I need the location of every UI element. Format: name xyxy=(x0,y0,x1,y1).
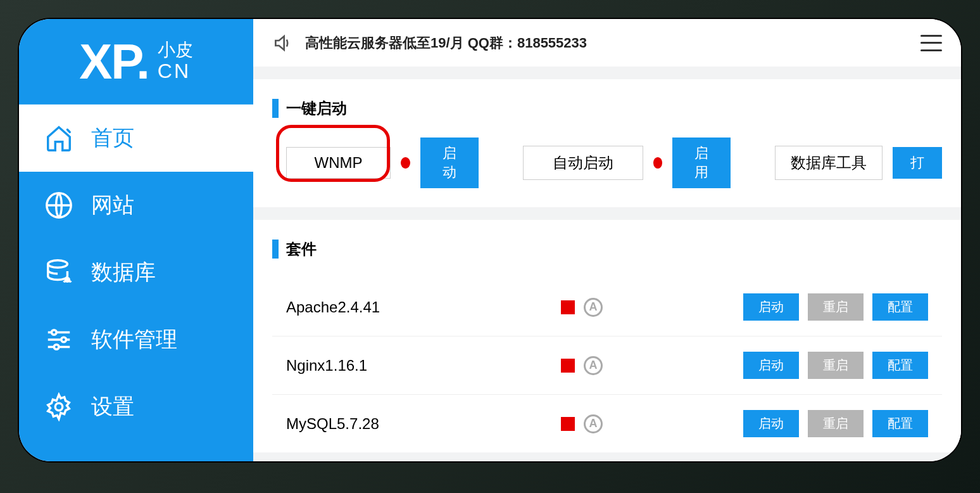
dbtool-open-button[interactable]: 打 xyxy=(893,147,942,179)
sidebar-item-website[interactable]: 网站 xyxy=(19,172,253,239)
service-row: Apache2.4.41 A 启动 重启 配置 xyxy=(272,278,942,336)
logo-sub-top: 小皮 xyxy=(158,41,193,60)
autostart-select[interactable]: 自动启动 xyxy=(523,146,643,180)
panel-title: 一键启动 xyxy=(272,98,942,118)
service-buttons: 启动 重启 配置 xyxy=(743,293,928,321)
service-config-button[interactable]: 配置 xyxy=(872,410,928,437)
gear-icon xyxy=(43,391,75,423)
service-restart-button[interactable]: 重启 xyxy=(808,410,864,437)
autostart-enable-button[interactable]: 启用 xyxy=(672,138,731,188)
status-dot xyxy=(653,157,663,169)
svg-point-3 xyxy=(52,330,57,335)
app-window: XP. 小皮 CN 首页 网站 数据库 xyxy=(19,19,961,461)
sidebar-item-home[interactable]: 首页 xyxy=(19,105,253,172)
database-icon xyxy=(43,257,75,288)
logo-text-xp: XP. xyxy=(79,33,149,91)
service-restart-button[interactable]: 重启 xyxy=(808,352,864,379)
service-config-button[interactable]: 配置 xyxy=(872,352,928,379)
logo: XP. 小皮 CN xyxy=(19,19,253,105)
service-a-icon: A xyxy=(584,298,603,317)
content: 一键启动 WNMP 启动 自动启动 启用 数据库工 xyxy=(253,67,961,461)
status-dot xyxy=(401,157,410,169)
sidebar-item-label: 软件管理 xyxy=(91,325,177,354)
title-bar-accent xyxy=(272,99,279,118)
svg-point-1 xyxy=(48,260,68,268)
sidebar-item-label: 首页 xyxy=(91,124,134,153)
speaker-icon xyxy=(272,33,292,53)
service-start-button[interactable]: 启动 xyxy=(743,293,799,321)
logo-sub-bot: CN xyxy=(158,60,193,82)
sidebar: XP. 小皮 CN 首页 网站 数据库 xyxy=(19,19,253,461)
services-title: 套件 xyxy=(286,239,317,259)
globe-icon xyxy=(43,189,75,221)
service-row: Nginx1.16.1 A 启动 重启 配置 xyxy=(272,336,942,395)
service-name: Apache2.4.41 xyxy=(286,298,552,316)
stack-group: WNMP 启动 xyxy=(286,138,479,188)
stack-start-button[interactable]: 启动 xyxy=(420,138,479,188)
topbar: 高性能云服务器低至19/月 QQ群：818555233 xyxy=(253,19,961,67)
svg-point-5 xyxy=(54,345,59,350)
autostart-group: 自动启动 启用 xyxy=(523,138,731,188)
sidebar-item-database[interactable]: 数据库 xyxy=(19,239,253,306)
sidebar-item-settings[interactable]: 设置 xyxy=(19,373,253,440)
panel-title: 套件 xyxy=(272,239,942,259)
service-config-button[interactable]: 配置 xyxy=(872,293,928,321)
svg-point-4 xyxy=(61,337,66,342)
service-status-stopped xyxy=(561,417,575,431)
quick-start-row: WNMP 启动 自动启动 启用 数据库工具 打 xyxy=(272,138,942,188)
service-start-button[interactable]: 启动 xyxy=(743,410,799,437)
dbtool-select[interactable]: 数据库工具 xyxy=(775,146,883,180)
announcement-text: 高性能云服务器低至19/月 QQ群：818555233 xyxy=(305,34,587,53)
service-a-icon: A xyxy=(584,356,603,375)
services-panel: 套件 Apache2.4.41 A 启动 重启 配置 Nginx1.16.1 xyxy=(253,220,961,452)
logo-subtitle: 小皮 CN xyxy=(158,41,193,82)
service-buttons: 启动 重启 配置 xyxy=(743,410,928,437)
service-name: Nginx1.16.1 xyxy=(286,357,552,375)
service-name: MySQL5.7.28 xyxy=(286,415,552,433)
service-buttons: 启动 重启 配置 xyxy=(743,352,928,379)
sliders-icon xyxy=(43,324,75,355)
service-restart-button[interactable]: 重启 xyxy=(808,293,864,321)
home-icon xyxy=(43,122,75,154)
title-bar-accent xyxy=(272,240,279,259)
sidebar-item-label: 设置 xyxy=(91,392,134,421)
hamburger-menu-icon[interactable] xyxy=(920,35,942,51)
sidebar-item-label: 网站 xyxy=(91,191,134,220)
service-row: MySQL5.7.28 A 启动 重启 配置 xyxy=(272,395,942,452)
stack-select[interactable]: WNMP xyxy=(286,147,391,179)
main-area: 高性能云服务器低至19/月 QQ群：818555233 一键启动 WNMP 启动 xyxy=(253,19,961,461)
service-a-icon: A xyxy=(584,414,603,433)
service-start-button[interactable]: 启动 xyxy=(743,352,799,379)
sidebar-item-label: 数据库 xyxy=(91,258,156,287)
quick-start-panel: 一键启动 WNMP 启动 自动启动 启用 数据库工 xyxy=(253,79,961,207)
quick-start-title: 一键启动 xyxy=(286,98,347,118)
service-status-stopped xyxy=(561,359,575,373)
dbtool-group: 数据库工具 打 xyxy=(775,146,942,180)
svg-point-6 xyxy=(55,403,63,411)
service-status-stopped xyxy=(561,300,575,314)
sidebar-item-software[interactable]: 软件管理 xyxy=(19,306,253,373)
